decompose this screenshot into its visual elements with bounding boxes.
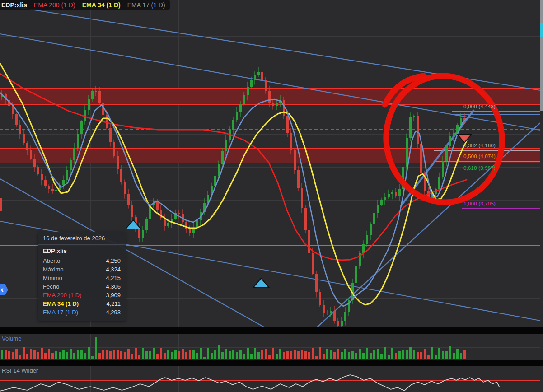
fib-label-1000: 1,000 (3,705) bbox=[463, 201, 496, 206]
tooltip-row-high: Máximo4,324 bbox=[43, 265, 121, 274]
chevron-left-icon: ‹ bbox=[1, 285, 4, 294]
pane-separator[interactable] bbox=[0, 327, 543, 334]
volume-pane-label[interactable]: Volume bbox=[2, 335, 21, 342]
trading-chart-window: EDP:xlis EMA 200 (1 D) EMA 34 (1 D) EMA … bbox=[0, 0, 543, 392]
tooltip-row-open: Aberto4,250 bbox=[43, 257, 121, 265]
legend-ema-17[interactable]: EMA 17 (1 D) bbox=[127, 1, 165, 9]
legend-ema-34[interactable]: EMA 34 (1 D) bbox=[82, 1, 121, 9]
tooltip-row-ema17: EMA 17 (1 D)4,293 bbox=[43, 308, 121, 317]
fib-label-0000: 0,000 (4,443) bbox=[463, 104, 496, 109]
legend-ema-200[interactable]: EMA 200 (1 D) bbox=[34, 1, 75, 9]
tooltip-date: 16 de fevereiro de 2026 bbox=[43, 235, 121, 244]
tooltip-row-close: Fecho4,306 bbox=[43, 282, 121, 291]
tooltip-symbol: EDP:xlis bbox=[43, 247, 121, 257]
scrollbar-thumb[interactable] bbox=[540, 23, 543, 37]
fib-label-0618: 0,618 (3,987) bbox=[463, 165, 496, 171]
symbol-title[interactable]: EDP:xlis bbox=[1, 1, 27, 9]
pane-separator[interactable] bbox=[0, 360, 543, 366]
tooltip-row-ema200: EMA 200 (1 D)3,909 bbox=[43, 291, 121, 299]
chart-legend: EDP:xlis EMA 200 (1 D) EMA 34 (1 D) EMA … bbox=[0, 0, 170, 10]
divider bbox=[38, 244, 126, 245]
rsi-pane-label[interactable]: RSI 14 Wilder bbox=[2, 367, 38, 374]
tooltip-row-ema34: EMA 34 (1 D)4,211 bbox=[43, 299, 121, 308]
tooltip-row-low: Mínimo4,215 bbox=[43, 274, 121, 282]
fib-label-0382: 0,382 (4,160) bbox=[463, 143, 496, 148]
fib-label-0500: 0,500 (4,074) bbox=[463, 154, 496, 159]
scrollbar-track[interactable] bbox=[540, 0, 543, 111]
data-window-tooltip: 16 de fevereiro de 2026 EDP:xlis Aberto4… bbox=[38, 232, 126, 321]
